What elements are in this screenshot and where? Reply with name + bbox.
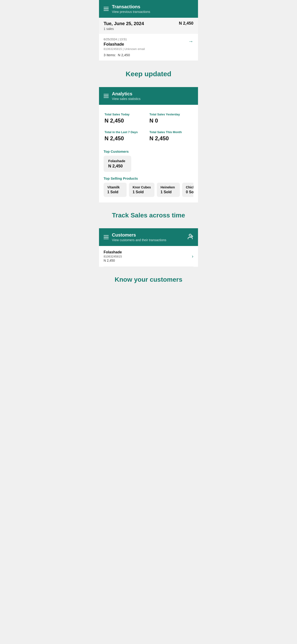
top-customer-amount: N 2,450 (108, 164, 127, 168)
analytics-body: Total Sales Today N 2,450 Total Sales Ye… (99, 105, 198, 202)
know-customers-banner: Know your customers (99, 267, 198, 292)
customers-section: Customers View customers and their trans… (99, 228, 198, 267)
track-sales-text: Track Sales across time (104, 212, 194, 219)
product-sold-heineken: 1 Sold (160, 190, 176, 194)
analytics-subtitle: View sales statistics (112, 97, 140, 101)
transaction-timestamp: 6/25/2024 | 13:51 (104, 38, 145, 41)
product-name-vitamilk: Vitamilk (107, 186, 123, 189)
track-sales-banner: Track Sales across time (99, 202, 198, 228)
top-products-row: Vitamilk 1 Sold Knor Cubes 1 Sold Heinek… (104, 183, 194, 198)
sales-count: 1 sales (104, 27, 144, 31)
stat-today: Total Sales Today N 2,450 (104, 110, 148, 127)
customer-name: Folashade (104, 250, 122, 254)
customer-total: N 2,450 (104, 259, 122, 262)
stats-grid: Total Sales Today N 2,450 Total Sales Ye… (104, 110, 194, 145)
stat-month: Total Sales This Month N 2,450 (148, 127, 194, 145)
add-customer-button[interactable] (187, 233, 194, 241)
hamburger-menu-transactions[interactable] (104, 7, 109, 11)
product-name-heineken: Heineken (160, 186, 176, 189)
date-group: Tue, June 25, 2024 1 sales N 2,450 (99, 18, 198, 34)
stat-month-value: N 2,450 (150, 135, 192, 142)
product-card-heineken: Heineken 1 Sold (157, 183, 180, 197)
product-card-knorcubes: Knor Cubes 1 Sold (129, 183, 154, 197)
date-label: Tue, June 25, 2024 (104, 21, 144, 26)
stat-today-label: Total Sales Today (104, 113, 148, 116)
product-sold-chickenbreast: 0 Sold (186, 190, 194, 194)
know-customers-text: Know your customers (104, 276, 194, 283)
product-card-vitamilk: Vitamilk 1 Sold (104, 183, 127, 197)
transactions-subtitle: View previous transactions (112, 10, 150, 14)
transactions-section: Transactions View previous transactions … (99, 0, 198, 61)
stat-month-label: Total Sales This Month (150, 130, 192, 134)
stat-7days: Total in the Last 7 Days N 2,450 (104, 127, 148, 145)
transaction-customer-name: Folashade (104, 42, 145, 47)
product-name-chickenbreast: Chicken Breast (186, 186, 194, 189)
customers-subtitle: View customers and their transactions (112, 238, 166, 242)
transactions-header: Transactions View previous transactions (99, 0, 198, 18)
transaction-arrow[interactable]: → (188, 38, 194, 44)
product-name-knorcubes: Knor Cubes (132, 186, 151, 189)
svg-point-0 (189, 234, 191, 236)
transaction-item: 6/25/2024 | 13:51 Folashade 81063245815 … (99, 34, 198, 61)
analytics-header: Analytics View sales statistics (99, 87, 198, 105)
stat-7days-label: Total in the Last 7 Days (104, 130, 148, 134)
product-card-chickenbreast: Chicken Breast 0 Sold (182, 183, 194, 197)
keep-updated-text: Keep updated (104, 70, 194, 78)
customer-chevron-icon[interactable]: › (192, 254, 194, 259)
hamburger-menu-analytics[interactable] (104, 94, 109, 98)
product-sold-knorcubes: 1 Sold (132, 190, 151, 194)
customer-row[interactable]: Folashade 81063245815 N 2,450 › (104, 246, 194, 267)
hamburger-menu-customers[interactable] (104, 235, 109, 239)
date-total: N 2,450 (179, 21, 194, 26)
stat-yesterday-label: Total Sales Yesterday (150, 113, 192, 116)
analytics-section: Analytics View sales statistics Total Sa… (99, 87, 198, 202)
top-customers-label: Top Customers (104, 150, 194, 154)
analytics-title: Analytics (112, 91, 140, 96)
product-sold-vitamilk: 1 Sold (107, 190, 123, 194)
customers-header: Customers View customers and their trans… (99, 228, 198, 246)
customer-phone: 81063245815 (104, 255, 122, 258)
top-customer-card: Folashade N 2,450 (104, 156, 131, 172)
stat-today-value: N 2,450 (104, 118, 148, 124)
stat-yesterday-value: N 0 (150, 118, 192, 124)
top-products-label: Top Selling Products (104, 176, 194, 180)
top-customers-row: Folashade N 2,450 (104, 156, 194, 172)
stat-7days-value: N 2,450 (104, 135, 148, 142)
top-customer-name: Folashade (108, 159, 127, 163)
customers-body: Folashade 81063245815 N 2,450 › (99, 246, 198, 267)
transactions-title: Transactions (112, 4, 150, 10)
transaction-contact: 81063245815 | Unknown email (104, 47, 145, 51)
keep-updated-banner: Keep updated (99, 61, 198, 87)
transaction-items-summary: 3 Items: N 2,450 (104, 53, 194, 57)
customers-title: Customers (112, 232, 166, 238)
stat-yesterday: Total Sales Yesterday N 0 (148, 110, 194, 127)
